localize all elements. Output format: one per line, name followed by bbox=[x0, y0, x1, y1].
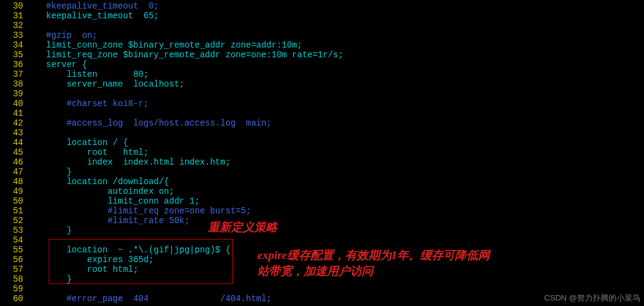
line-number: 41 bbox=[0, 109, 26, 118]
code-text: index index.html index.htm; bbox=[26, 157, 231, 167]
line-number: 38 bbox=[0, 79, 26, 89]
code-text: #limit_req zone=one burst=5; bbox=[26, 206, 251, 216]
code-text: location /download/{ bbox=[26, 177, 169, 187]
code-line[interactable]: 31 keepalive_timeout 65; bbox=[0, 11, 644, 21]
code-line[interactable]: 51 #limit_req zone=one burst=5; bbox=[0, 206, 644, 216]
line-number: 54 bbox=[0, 235, 26, 245]
code-line[interactable]: 30 #keepalive_timeout 0; bbox=[0, 1, 644, 11]
line-number: 30 bbox=[0, 1, 26, 11]
line-number: 52 bbox=[0, 216, 26, 226]
line-number: 42 bbox=[0, 118, 26, 128]
line-number: 32 bbox=[0, 21, 26, 30]
code-text: root html; bbox=[26, 148, 149, 157]
code-line[interactable]: 43 bbox=[0, 128, 644, 138]
code-text: autoindex on; bbox=[26, 187, 174, 196]
code-line[interactable]: 49 autoindex on; bbox=[0, 187, 644, 196]
line-number: 33 bbox=[0, 30, 26, 40]
code-line[interactable]: 50 limit_conn addr 1; bbox=[0, 196, 644, 206]
code-line[interactable]: 52 #limit_rate 50k; bbox=[0, 216, 644, 226]
line-number: 48 bbox=[0, 177, 26, 187]
code-line[interactable]: 54 bbox=[0, 235, 644, 245]
code-text: } bbox=[26, 167, 72, 177]
line-number: 36 bbox=[0, 60, 26, 69]
code-line[interactable]: 32 bbox=[0, 21, 644, 30]
code-line[interactable]: 46 index index.html index.htm; bbox=[0, 157, 644, 167]
code-text: expires 365d; bbox=[26, 255, 154, 265]
line-number: 59 bbox=[0, 284, 26, 294]
watermark: CSDN @努力扑腾的小菜鸟 bbox=[544, 293, 640, 304]
line-number: 57 bbox=[0, 265, 26, 274]
line-number: 56 bbox=[0, 255, 26, 265]
code-line[interactable]: 44 location / { bbox=[0, 138, 644, 148]
line-number: 50 bbox=[0, 196, 26, 206]
code-line[interactable]: 39 bbox=[0, 89, 644, 99]
code-text: } bbox=[26, 226, 72, 235]
annotation-redefine: 重新定义策略 bbox=[208, 219, 277, 235]
line-number: 51 bbox=[0, 206, 26, 216]
line-number: 37 bbox=[0, 69, 26, 79]
code-text: #keepalive_timeout 0; bbox=[26, 1, 159, 11]
code-text: listen 80; bbox=[26, 69, 149, 79]
code-text: limit_conn addr 1; bbox=[26, 196, 200, 206]
code-line[interactable]: 38 server_name localhost; bbox=[0, 79, 644, 89]
line-number: 44 bbox=[0, 138, 26, 148]
code-text: server_name localhost; bbox=[26, 79, 184, 89]
line-number: 55 bbox=[0, 245, 26, 255]
line-number: 34 bbox=[0, 40, 26, 50]
line-number: 60 bbox=[0, 294, 26, 304]
code-text: limit_req_zone $binary_remote_addr zone=… bbox=[26, 50, 343, 60]
code-line[interactable]: 41 bbox=[0, 109, 644, 118]
code-line[interactable]: 36 server { bbox=[0, 60, 644, 69]
code-text: #error_page 404 /404.html; bbox=[26, 294, 271, 304]
code-text bbox=[26, 128, 30, 138]
line-number: 45 bbox=[0, 148, 26, 157]
code-text bbox=[26, 89, 30, 99]
code-line[interactable]: 53 } bbox=[0, 226, 644, 235]
code-text: location / { bbox=[26, 138, 128, 148]
code-text bbox=[26, 284, 30, 294]
code-line[interactable]: 45 root html; bbox=[0, 148, 644, 157]
line-number: 31 bbox=[0, 11, 26, 21]
code-line[interactable]: 37 listen 80; bbox=[0, 69, 644, 79]
line-number: 40 bbox=[0, 99, 26, 109]
code-text: #charset koi8-r; bbox=[26, 99, 149, 109]
code-text: server { bbox=[26, 60, 87, 69]
code-text: #limit_rate 50k; bbox=[26, 216, 190, 226]
code-text bbox=[26, 21, 30, 30]
line-number: 43 bbox=[0, 128, 26, 138]
code-text: } bbox=[26, 274, 72, 284]
line-number: 39 bbox=[0, 89, 26, 99]
code-text: #access_log logs/host.access.log main; bbox=[26, 118, 271, 128]
annotation-expire-line1: expire缓存配置，有效期为1年。缓存可降低网 bbox=[257, 247, 490, 263]
code-line[interactable]: 34 limit_conn_zone $binary_remote_addr z… bbox=[0, 40, 644, 50]
code-text bbox=[26, 235, 30, 245]
code-line[interactable]: 48 location /download/{ bbox=[0, 177, 644, 187]
code-line[interactable]: 42 #access_log logs/host.access.log main… bbox=[0, 118, 644, 128]
code-text bbox=[26, 109, 30, 118]
code-line[interactable]: 33 #gzip on; bbox=[0, 30, 644, 40]
code-line[interactable]: 35 limit_req_zone $binary_remote_addr zo… bbox=[0, 50, 644, 60]
code-text: limit_conn_zone $binary_remote_addr zone… bbox=[26, 40, 302, 50]
code-text: keepalive_timeout 65; bbox=[26, 11, 159, 21]
line-number: 49 bbox=[0, 187, 26, 196]
code-text: root html; bbox=[26, 265, 138, 274]
line-number: 58 bbox=[0, 274, 26, 284]
line-number: 35 bbox=[0, 50, 26, 60]
code-line[interactable]: 47 } bbox=[0, 167, 644, 177]
line-number: 46 bbox=[0, 157, 26, 167]
code-line[interactable]: 40 #charset koi8-r; bbox=[0, 99, 644, 109]
line-number: 53 bbox=[0, 226, 26, 235]
line-number: 47 bbox=[0, 167, 26, 177]
code-text: location ~ .*\.(gif|jpg|png)$ { bbox=[26, 245, 231, 255]
annotation-expire-line2: 站带宽，加速用户访问 bbox=[257, 263, 490, 279]
code-text: #gzip on; bbox=[26, 30, 98, 40]
annotation-expire: expire缓存配置，有效期为1年。缓存可降低网 站带宽，加速用户访问 bbox=[257, 247, 490, 279]
